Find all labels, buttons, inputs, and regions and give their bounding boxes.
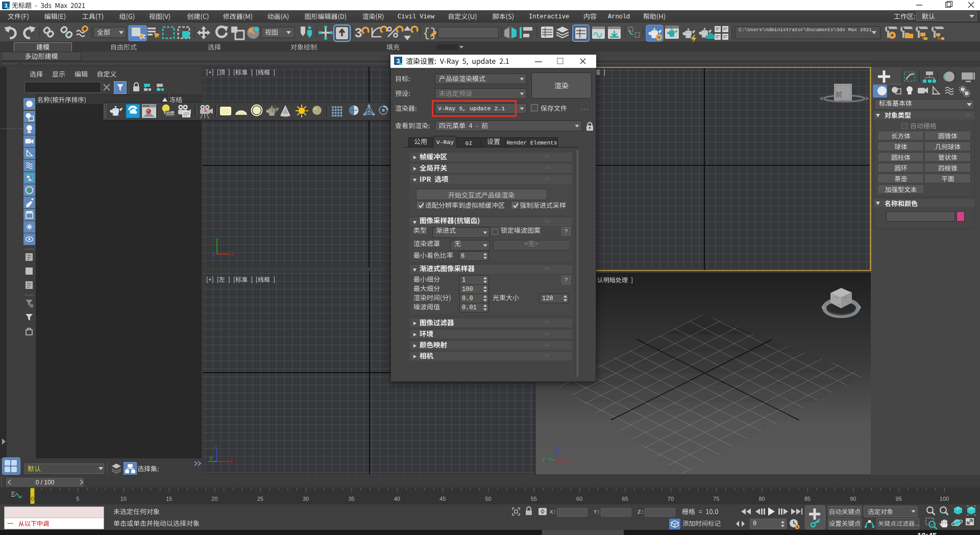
svg-text:45: 45 [439, 496, 446, 502]
svg-text:100: 100 [940, 496, 949, 502]
svg-text:z: z [212, 252, 216, 258]
svg-text:70: 70 [668, 496, 674, 502]
svg-text:x: x [565, 458, 569, 465]
svg-text:z: z [214, 444, 218, 450]
svg-text:3: 3 [355, 25, 362, 40]
svg-text:x: x [231, 251, 234, 257]
svg-text:25: 25 [257, 496, 263, 502]
svg-text:90: 90 [850, 496, 856, 502]
svg-text:80: 80 [758, 496, 765, 502]
svg-text:85: 85 [804, 496, 811, 502]
svg-text:5: 5 [76, 496, 79, 502]
svg-text:50: 50 [485, 496, 491, 502]
svg-text:15: 15 [166, 496, 172, 502]
svg-text:40: 40 [394, 496, 400, 502]
svg-text:z: z [557, 445, 561, 451]
svg-text:75: 75 [713, 496, 719, 502]
svg-text:20: 20 [211, 496, 217, 502]
svg-text:65: 65 [622, 496, 628, 502]
svg-text:60: 60 [576, 496, 582, 502]
svg-text:x: x [230, 458, 233, 465]
svg-text:y: y [542, 456, 546, 462]
svg-text:0: 0 [31, 496, 34, 502]
svg-text:35: 35 [348, 496, 354, 502]
svg-text:55: 55 [531, 496, 537, 502]
svg-text:y: y [209, 455, 213, 461]
svg-text:95: 95 [896, 496, 902, 502]
svg-text:30: 30 [303, 496, 309, 502]
svg-text:y: y [215, 236, 219, 242]
svg-text:10: 10 [120, 496, 127, 502]
